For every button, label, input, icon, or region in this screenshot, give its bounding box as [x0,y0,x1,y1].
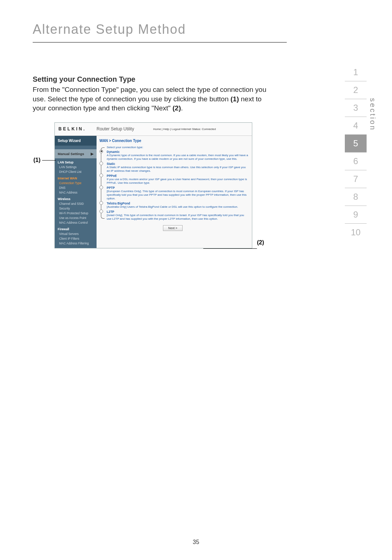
router-panel: BELKIN. Router Setup Utility Home | Help… [54,122,252,248]
sidebar-group: Firewall [55,225,97,232]
sidebar-item[interactable]: Client IP Filters [55,236,97,241]
sidebar-item[interactable]: DNS [55,186,97,190]
options-column: Select your connection type: DynamicA Dy… [105,146,248,222]
section-heading: Setting your Connection Type [33,75,367,84]
callout-2: (2) [257,239,264,246]
sidebar-item[interactable]: Connection Type [55,181,97,186]
callout-1-line [42,160,56,161]
option-name: Dynamic [107,150,248,154]
router-header: BELKIN. Router Setup Utility Home | Help… [55,123,252,136]
connection-type-radio[interactable] [99,150,103,153]
option-name: Static [107,162,248,166]
page-title: Alternate Setup Method [33,22,287,42]
sidebar-group: LAN Setup [55,158,97,165]
breadcrumb: WAN > Connection Type [97,138,248,146]
sidebar-item[interactable]: Security [55,206,97,211]
callout-1: (1) [33,157,41,163]
next-button[interactable]: Next > [163,225,183,231]
callout-2-line [203,248,257,249]
sidebar-manual-label: Manual Settings [58,152,84,156]
sidebar-group: Internet WAN [55,174,97,181]
option-desc: If you use a DSL modem and/or your ISP g… [107,178,248,186]
section-nav-2[interactable]: 2 [345,81,367,99]
option-name: L2TP [107,210,248,214]
router-main: WAN > Connection Type Select your connec… [97,136,252,248]
connection-type-radio[interactable] [99,210,103,213]
router-header-links[interactable]: Home | Help | Logout Internet Status: Co… [151,127,252,131]
option-name: Telstra BigPond [107,201,248,205]
option-desc: [Australia Only] Users of Telstra BigPon… [107,205,248,210]
sidebar-group: Wireless [55,195,97,202]
screenshot-wrapper: (1) (2) BELKIN. Router Setup Utility Hom… [54,122,367,248]
option-desc: [Israel Only]. This type of connection i… [107,214,248,222]
option-desc: [European Countries Only]. This type of … [107,190,248,201]
body-p3: . [181,104,183,112]
option-desc: A Static IP address connection type is l… [107,166,248,174]
connection-type-radio[interactable] [99,201,103,205]
connection-type-radio[interactable] [99,162,103,165]
option-name: PPTP [107,186,248,190]
callout-ref-1: (1) [230,95,239,103]
sidebar-item[interactable]: Channel and SSID [55,202,97,206]
section-nav-1[interactable]: 1 [345,64,367,81]
sidebar-item[interactable]: Use as Access Point [55,216,97,220]
radio-column [97,146,105,222]
sidebar-item[interactable]: MAC Address Filtering [55,241,97,246]
sidebar-setup-wizard[interactable]: Setup Wizard [55,136,97,146]
chevron-right-icon: ▶ [91,152,94,156]
sidebar-item[interactable]: LAN Settings [55,165,97,170]
connection-type-radio[interactable] [99,186,103,189]
sidebar-item[interactable]: Virtual Servers [55,232,97,236]
router-sidebar: Setup Wizard Manual Settings ▶ LAN Setup… [55,136,97,248]
router-title: Router Setup Utility [97,126,151,131]
body-paragraph: From the "Connection Type" page, you can… [33,85,272,113]
option-name: PPPoE [107,174,248,178]
page-number: 35 [0,539,392,545]
sidebar-manual-settings[interactable]: Manual Settings ▶ [55,149,97,158]
bracket-icon [101,147,105,219]
section-nav-3[interactable]: 3 [345,99,367,117]
sidebar-item[interactable]: Wi-Fi Protected Setup [55,211,97,216]
section-label: section [368,98,377,131]
sidebar-item[interactable]: MAC Address [55,190,97,195]
select-header: Select your connection type: [107,146,248,150]
option-desc: A Dynamic type of connection is the most… [107,154,248,162]
sidebar-item[interactable]: DHCP Client List [55,170,97,174]
connection-type-radio[interactable] [99,174,103,177]
sidebar-item[interactable]: MAC Address Control [55,220,97,225]
callout-ref-2: (2) [172,104,181,112]
belkin-logo: BELKIN. [55,126,97,131]
